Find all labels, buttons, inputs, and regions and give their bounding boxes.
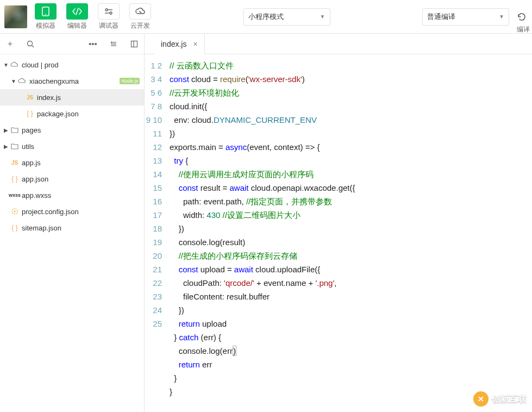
code-icon — [66, 3, 88, 20]
tree-file-project[interactable]: project.config.json — [0, 203, 144, 220]
json-file-icon: { } — [10, 175, 20, 183]
svg-line-7 — [32, 45, 34, 47]
tree-file-appjs[interactable]: JS app.js — [0, 154, 144, 171]
add-icon[interactable]: ＋ — [4, 39, 15, 49]
cloud-label: 云开发 — [130, 21, 150, 30]
tree-label: cloud | prod — [22, 61, 59, 69]
settings-icon — [98, 3, 120, 20]
tree-folder-pages[interactable]: ▶ pages — [0, 122, 144, 138]
js-file-icon: JS — [10, 160, 20, 166]
chevron-right-icon: ▶ — [2, 143, 10, 149]
wxss-file-icon: wxss — [10, 192, 20, 198]
main-area: ＋ ••• ▼ cloud | prod ▼ — [0, 34, 532, 412]
editor-tabs: index.js × — [145, 34, 532, 54]
tree-folder-xiao[interactable]: ▼ xiaochengxuma Node.js — [0, 73, 144, 89]
svg-rect-11 — [132, 41, 137, 47]
mode-select[interactable]: 小程序模式 ▼ — [243, 8, 330, 26]
tree-label: package.json — [37, 110, 79, 118]
phone-icon — [35, 3, 57, 20]
tree-file-sitemap[interactable]: { } sitemap.json — [0, 220, 144, 236]
mode-select-value: 小程序模式 — [248, 12, 284, 22]
tree-label: sitemap.json — [22, 224, 61, 232]
sidebar-toolbar: ＋ ••• — [0, 34, 144, 54]
chevron-down-icon: ▼ — [2, 62, 10, 68]
tree-root[interactable]: ▼ cloud | prod — [0, 57, 144, 73]
refresh-button[interactable] — [516, 12, 528, 22]
node-badge: Node.js — [120, 78, 140, 84]
code-lines[interactable]: // 云函数入口文件 const cloud = require('wx-ser… — [170, 59, 532, 412]
compile-select-value: 普通编译 — [427, 12, 455, 22]
svg-point-4 — [110, 12, 112, 14]
code-editor[interactable]: 1 2 3 4 5 6 7 8 9 10 11 12 13 14 15 16 1… — [145, 54, 532, 412]
tree-label: app.json — [22, 175, 48, 183]
simulator-label: 模拟器 — [36, 21, 55, 30]
compile-label: 编译 — [517, 25, 530, 34]
collapse-icon[interactable] — [108, 40, 119, 48]
svg-point-6 — [28, 41, 33, 46]
tree-label: pages — [22, 126, 41, 134]
tree-label: app.js — [22, 159, 41, 167]
tree-label: app.wxss — [22, 191, 51, 199]
folder-icon — [10, 127, 20, 133]
top-toolbar: 模拟器 编辑器 调试器 云开发 小程序模式 ▼ 普通编译 ▼ 编译 — [0, 0, 532, 34]
svg-point-14 — [14, 211, 16, 213]
json-file-icon: { } — [10, 224, 20, 232]
watermark-text: 创新互联 — [492, 394, 527, 405]
config-file-icon — [10, 208, 20, 215]
editor-pane: index.js × 1 2 3 4 5 6 7 8 9 10 11 12 13… — [145, 34, 532, 412]
svg-point-2 — [105, 9, 108, 11]
editor-label: 编辑器 — [67, 21, 87, 30]
debugger-button[interactable]: 调试器 — [95, 2, 123, 32]
tree-file-index[interactable]: JS index.js — [0, 89, 144, 105]
tree-label: project.config.json — [22, 208, 79, 216]
tree-file-appjson[interactable]: { } app.json — [0, 171, 144, 187]
tab-label: index.js — [161, 40, 186, 48]
chevron-down-icon: ▼ — [10, 78, 17, 84]
tab-index-js[interactable]: index.js × — [154, 34, 205, 54]
tree-label: xiaochengxuma — [29, 77, 79, 85]
tree-file-package[interactable]: { } package.json — [0, 105, 144, 122]
simulator-button[interactable]: 模拟器 — [32, 2, 60, 32]
tree-label: index.js — [37, 93, 61, 102]
search-icon[interactable] — [25, 40, 36, 48]
js-file-icon: JS — [25, 95, 35, 101]
avatar[interactable] — [4, 5, 27, 28]
line-gutter: 1 2 3 4 5 6 7 8 9 10 11 12 13 14 15 16 1… — [145, 59, 170, 412]
compile-select[interactable]: 普通编译 ▼ — [422, 8, 509, 26]
watermark: ✕ 创新互联 — [473, 391, 527, 407]
tree-file-appwxss[interactable]: wxss app.wxss — [0, 187, 144, 203]
more-icon[interactable]: ••• — [87, 39, 98, 48]
tree-folder-utils[interactable]: ▶ utils — [0, 138, 144, 154]
tree-label: utils — [22, 142, 34, 151]
watermark-logo-icon: ✕ — [473, 391, 489, 407]
debugger-label: 调试器 — [99, 21, 118, 30]
file-tree: ▼ cloud | prod ▼ xiaochengxuma Node.js J… — [0, 54, 144, 236]
svg-point-1 — [45, 14, 46, 15]
json-file-icon: { } — [25, 110, 35, 117]
close-icon[interactable]: × — [193, 40, 197, 48]
chevron-right-icon: ▶ — [2, 127, 10, 133]
editor-button[interactable]: 编辑器 — [63, 2, 91, 32]
file-sidebar: ＋ ••• ▼ cloud | prod ▼ — [0, 34, 145, 412]
caret-icon: ▼ — [320, 14, 326, 20]
cloud-folder-icon — [17, 78, 27, 84]
caret-icon: ▼ — [499, 14, 504, 20]
cloud-icon — [129, 3, 151, 20]
cloud-folder-icon — [10, 61, 20, 68]
folder-icon — [10, 143, 20, 149]
cloud-button[interactable]: 云开发 — [126, 2, 154, 32]
layout-icon[interactable] — [129, 40, 140, 48]
